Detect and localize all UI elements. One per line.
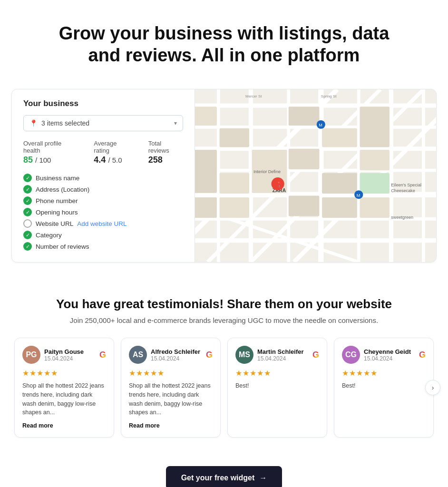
svg-rect-23 [220,128,249,147]
review-text: Best! [235,381,319,390]
reviewer-date: 15.04.2024 [364,355,411,362]
review-card-4: CG Cheyenne Geidt 15.04.2024 G ★★★★★ Bes… [334,338,434,438]
svg-rect-36 [322,197,357,218]
read-more-link[interactable]: Read more [129,422,160,429]
stat-label-rating: Average rating [94,140,133,154]
svg-rect-30 [289,149,320,169]
star-rating: ★★★★★ [342,369,426,378]
checklist-label: Business name [36,175,79,182]
svg-rect-22 [195,107,217,126]
svg-rect-27 [360,107,390,147]
arrow-icon: → [259,474,267,482]
testimonials-title: You have great testimonials! Share them … [11,297,437,312]
testimonials-subtitle: Join 250,000+ local and e-commerce brand… [11,316,437,324]
check-icon: ✓ [23,242,32,251]
hero-section: Grow your business with listings, data a… [0,0,448,81]
location-dropdown[interactable]: 📍 3 items selected ▾ [23,115,183,131]
stat-total-reviews: Total reviews 258 [148,140,183,165]
checklist-address: ✓ Address (Location) [23,185,183,194]
svg-rect-31 [322,173,357,194]
get-widget-button[interactable]: Get your free widget → [166,466,282,487]
reviewer-date: 15.04.2024 [44,355,84,362]
reviewer-date: 15.04.2024 [257,355,304,362]
google-icon: G [99,350,106,360]
carousel-next-button[interactable]: › [425,380,440,395]
svg-text:sweetgreen: sweetgreen [391,215,413,220]
reviewer-name: Alfredo Schleifer [151,348,200,355]
pin-icon: 📍 [29,119,38,127]
review-text: Shop all the hottest 2022 jeans trends h… [22,381,106,417]
business-info: Your business 📍 3 items selected ▾ Overa… [12,89,195,262]
checklist-category: ✓ Category [23,231,183,239]
stat-avg-rating: Average rating 4.4 / 5.0 [94,140,133,165]
svg-rect-34 [220,197,249,218]
svg-text:M: M [357,193,360,198]
avatar: PG [22,346,40,364]
testimonials-section: You have great testimonials! Share them … [0,278,448,449]
svg-text:Spring St: Spring St [321,94,337,98]
svg-rect-25 [289,107,320,126]
svg-text:Cheesecake: Cheesecake [391,188,415,193]
dropdown-label: 3 items selected [41,119,89,127]
check-icon: ✓ [23,208,32,216]
svg-rect-26 [322,128,357,147]
google-icon: G [312,350,319,360]
reviewer-name: Paityn Gouse [44,348,84,355]
stats-row: Overall profile health 85 / 100 Average … [23,140,183,165]
partial-icon [23,219,32,228]
svg-text:Eileen's Special: Eileen's Special [391,183,421,187]
cta-label: Get your free widget [181,474,255,482]
star-rating: ★★★★★ [235,369,319,378]
svg-text:Interior Define: Interior Define [253,169,281,174]
svg-rect-33 [195,197,217,218]
checklist-label: Number of reviews [36,243,89,250]
reviewer-name: Martin Schleifer [257,348,304,355]
chevron-down-icon: ▾ [174,120,177,127]
stat-label-health: Overall profile health [23,140,78,154]
stat-value-rating: 4.4 / 5.0 [94,155,133,165]
svg-rect-38 [360,173,390,194]
checklist-hours: ✓ Opening hours [23,208,183,216]
business-section-title: Your business [23,99,183,108]
stat-label-reviews: Total reviews [148,140,183,154]
hero-title: Grow your business with listings, data a… [58,23,390,66]
checklist-business-name: ✓ Business name [23,174,183,182]
checklist-num-reviews: ✓ Number of reviews [23,242,183,251]
map-area: Prince St Spring St Mercer St Interior D… [195,89,436,262]
svg-text:Mercer St: Mercer St [245,94,262,98]
checklist-label: Website URL [36,220,73,227]
check-icon: ✓ [23,231,32,239]
svg-rect-35 [289,196,320,216]
star-rating: ★★★★★ [22,369,106,378]
reviews-row: PG Paityn Gouse 15.04.2024 G ★★★★★ Shop … [11,338,437,438]
svg-rect-28 [195,150,217,193]
svg-rect-37 [360,197,390,218]
checklist-label: Opening hours [36,209,78,216]
read-more-link[interactable]: Read more [22,422,53,429]
svg-rect-29 [220,173,249,194]
svg-rect-32 [360,150,390,170]
stat-value-reviews: 258 [148,155,183,165]
stat-value-health: 85 / 100 [23,155,78,165]
checklist-label: Phone number [36,197,78,205]
map-svg: Prince St Spring St Mercer St Interior D… [195,89,436,262]
svg-text:M: M [319,123,322,127]
google-icon: G [419,350,426,360]
reviewer-name: Cheyenne Geidt [364,348,411,355]
star-rating: ★★★★★ [129,369,213,378]
checklist-phone: ✓ Phone number [23,196,183,205]
checklist-label: Address (Location) [36,186,89,193]
review-card-2: AS Alfredo Schleifer 15.04.2024 G ★★★★★ … [121,338,221,438]
review-card-3: MS Martin Schleifer 15.04.2024 G ★★★★★ B… [227,338,327,438]
checklist-label: Category [36,232,62,239]
review-text: Best! [342,381,426,390]
avatar: CG [342,346,360,364]
business-panel: Your business 📍 3 items selected ▾ Overa… [11,89,437,263]
add-website-link[interactable]: Add website URL [77,220,127,227]
google-icon: G [206,350,213,360]
check-icon: ✓ [23,196,32,205]
reviewer-date: 15.04.2024 [151,355,200,362]
svg-text:📍: 📍 [276,181,283,188]
checklist-website: Website URL Add website URL [23,219,183,228]
stat-profile-health: Overall profile health 85 / 100 [23,140,78,165]
